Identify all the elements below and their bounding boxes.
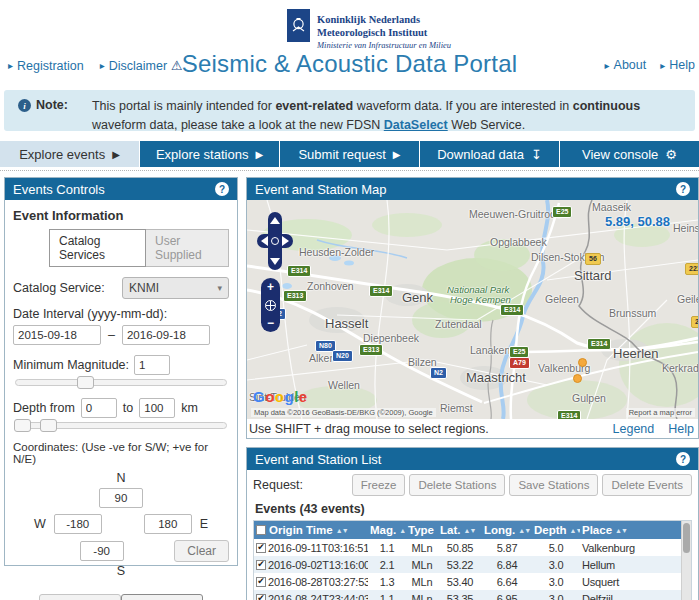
table-row[interactable]: ✔2016-08-24T23:44:031.1MLn53.356.953.0De… <box>254 590 691 600</box>
row-checkbox[interactable]: ✔ <box>256 560 266 570</box>
sort-arrows-icon[interactable]: ▲▼ <box>518 527 530 534</box>
sort-arrows-icon[interactable]: ▲▼ <box>336 527 348 534</box>
dataselect-link[interactable]: DataSelect <box>384 118 448 132</box>
column-header-long-[interactable]: Long.▲▼ <box>482 524 532 536</box>
sort-arrows-icon[interactable]: ▲▼ <box>570 527 580 534</box>
date-from-input[interactable] <box>13 325 101 345</box>
min-magnitude-input[interactable] <box>134 355 170 375</box>
events-table: Origin Time▲▼Mag.▲▼TypeLat.▲▼Long.▲▼Dept… <box>253 520 692 600</box>
column-label: Origin Time <box>269 524 333 536</box>
column-label: Type <box>408 524 434 536</box>
chevron-down-icon: ▾ <box>217 283 222 293</box>
depth-range-slider[interactable] <box>15 422 227 429</box>
row-checkbox[interactable]: ✔ <box>256 543 266 553</box>
note-segment: Web Service. <box>448 118 526 132</box>
depth-from-input[interactable] <box>81 398 117 418</box>
help-icon[interactable]: ? <box>215 182 229 196</box>
road-shield: E313 <box>283 290 307 302</box>
origin-time-value: 2016-08-28T03:27:53 <box>268 576 368 588</box>
portal-page: Koninklijk Nederlands Meteorologisch Ins… <box>0 0 699 600</box>
row-checkbox[interactable]: ✔ <box>256 577 266 587</box>
sort-arrows-icon[interactable]: ▲▼ <box>399 527 406 534</box>
origin-time-cell: ✔2016-09-02T13:16:00 <box>254 559 368 571</box>
about-link[interactable]: ▸About <box>605 58 647 72</box>
google-logo-letter: o <box>265 388 275 405</box>
column-label: Long. <box>484 524 515 536</box>
depth-slider-handle-min[interactable] <box>14 419 31 432</box>
play-icon: ▶ <box>112 149 120 160</box>
pan-left-icon[interactable] <box>261 236 268 246</box>
column-header-mag-[interactable]: Mag.▲▼ <box>368 524 406 536</box>
column-header-origin-time[interactable]: Origin Time▲▼ <box>254 524 368 536</box>
tab-explore-events[interactable]: Explore events▶ <box>0 141 140 167</box>
reset-button[interactable]: Reset <box>39 594 121 600</box>
freeze-button[interactable]: Freeze <box>352 474 406 496</box>
pan-right-icon[interactable] <box>282 236 289 246</box>
map-label: Geleen <box>545 293 579 305</box>
report-map-error-link[interactable]: Report a map error <box>626 408 695 417</box>
table-scrollbar-thumb[interactable] <box>683 523 690 553</box>
globe-icon[interactable] <box>265 300 276 311</box>
select-all-checkbox[interactable] <box>256 525 266 535</box>
road-shield: N2 <box>430 367 447 379</box>
sort-arrows-icon[interactable]: ▲▼ <box>463 527 475 534</box>
map-label: Wellen <box>328 379 360 391</box>
help-icon[interactable]: ? <box>676 452 690 466</box>
append-button[interactable]: Append <box>121 594 203 600</box>
zoom-out-button[interactable]: − <box>267 317 274 329</box>
column-header-lat-[interactable]: Lat.▲▼ <box>438 524 482 536</box>
pan-up-icon[interactable] <box>270 217 280 224</box>
save-stations-button[interactable]: Save Stations <box>509 474 598 496</box>
tab-explore-stations[interactable]: Explore stations▶ <box>140 141 280 167</box>
help-link[interactable]: ▸Help <box>660 58 695 72</box>
delete-events-button[interactable]: Delete Events <box>602 474 692 496</box>
table-row[interactable]: ✔2016-09-11T03:16:511.1MLn50.855.875.0Va… <box>254 539 691 556</box>
map-label: Brunssum <box>609 307 656 319</box>
event-marker[interactable] <box>573 374 582 383</box>
tab-label: Download data <box>437 147 524 162</box>
south-input[interactable] <box>80 541 124 561</box>
clear-button[interactable]: Clear <box>174 540 229 562</box>
east-label: E <box>200 517 208 531</box>
map-help-link[interactable]: Help <box>668 422 694 436</box>
place-cell: Delfzijl <box>580 593 681 600</box>
row-checkbox[interactable]: ✔ <box>256 594 266 600</box>
tab-user-supplied[interactable]: User Supplied <box>145 229 229 267</box>
date-to-input[interactable] <box>122 325 210 345</box>
tab-submit-request[interactable]: Submit request▶ <box>280 141 420 167</box>
sort-arrows-icon[interactable]: ▲▼ <box>615 527 627 534</box>
table-scrollbar[interactable] <box>681 521 691 600</box>
map-zoom-control[interactable]: + − <box>261 278 280 332</box>
magnitude-slider-handle[interactable] <box>77 376 94 389</box>
pan-center-icon[interactable] <box>271 237 279 245</box>
map-canvas[interactable]: Meeuwen-GruitrodeMaaseikHeinsbHeusden-Zo… <box>247 200 698 419</box>
depth-to-input[interactable] <box>139 398 175 418</box>
pan-down-icon[interactable] <box>270 258 280 265</box>
list-panel-header: Event and Station List ? <box>247 448 698 470</box>
table-row[interactable]: ✔2016-08-28T03:27:531.3MLn53.406.643.0Us… <box>254 573 691 590</box>
event-information-title: Event Information <box>13 208 229 223</box>
event-marker[interactable] <box>578 358 587 367</box>
delete-stations-button[interactable]: Delete Stations <box>409 474 505 496</box>
place-cell: Usquert <box>580 576 681 588</box>
depth-slider-handle-max[interactable] <box>40 419 57 432</box>
tab-download-data[interactable]: Download data↧ <box>420 141 560 167</box>
east-input[interactable] <box>144 514 192 534</box>
north-input[interactable] <box>99 488 143 508</box>
column-header-depth[interactable]: Depth▲▼ <box>532 524 580 536</box>
zoom-in-button[interactable]: + <box>267 281 274 293</box>
west-input[interactable] <box>54 514 102 534</box>
tab-view-console[interactable]: View console⚙ <box>560 141 699 167</box>
column-label: Mag. <box>370 524 396 536</box>
help-icon[interactable]: ? <box>676 182 690 196</box>
tab-catalog-services[interactable]: Catalog Services <box>49 229 146 267</box>
magnitude-slider[interactable] <box>15 379 227 386</box>
events-count-title: Events (43 events) <box>255 502 692 516</box>
legend-link[interactable]: Legend <box>613 422 655 436</box>
type-cell: MLn <box>406 593 438 600</box>
map-pan-control[interactable] <box>257 212 293 270</box>
column-header-place[interactable]: Place▲▼ <box>580 524 681 536</box>
catalog-service-select[interactable]: KNMI ▾ <box>122 277 229 299</box>
column-header-type[interactable]: Type <box>406 524 438 536</box>
table-row[interactable]: ✔2016-09-02T13:16:002.1MLn53.226.843.0He… <box>254 556 691 573</box>
